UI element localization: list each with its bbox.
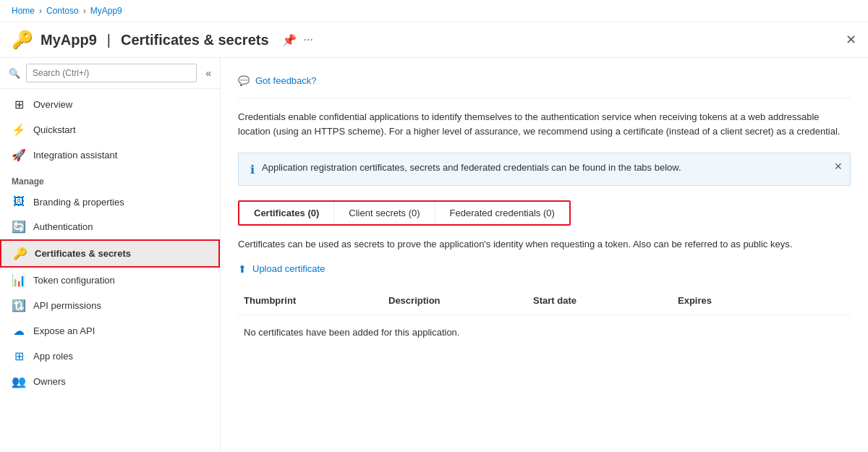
header-divider: | <box>107 32 111 48</box>
tab-client-secrets[interactable]: Client secrets (0) <box>334 202 435 224</box>
upload-icon: ⬆ <box>238 263 247 275</box>
certificates-table-header: Thumbprint Description Start date Expire… <box>238 286 851 315</box>
breadcrumb-app[interactable]: MyApp9 <box>90 6 122 16</box>
authentication-icon: 🔄 <box>12 220 26 234</box>
page-header: 🔑 MyApp9 | Certificates & secrets 📌 ··· … <box>0 22 868 58</box>
certificates-icon: 🔑 <box>13 247 27 260</box>
breadcrumb: Home › Contoso › MyApp9 <box>0 0 868 22</box>
info-banner: ℹ Application registration certificates,… <box>238 153 851 186</box>
info-icon: ℹ <box>250 163 255 176</box>
page-title: Certificates & secrets <box>121 32 269 48</box>
upload-certificate-button[interactable]: ⬆ Upload certificate <box>238 263 851 275</box>
quickstart-icon: ⚡ <box>12 123 26 137</box>
feedback-icon: 💬 <box>238 75 250 86</box>
sidebar-item-label: Expose an API <box>33 325 95 336</box>
col-description: Description <box>383 292 527 309</box>
integration-icon: 🚀 <box>12 148 26 162</box>
sidebar-item-authentication[interactable]: 🔄 Authentication <box>0 214 220 239</box>
header-actions: 📌 ··· <box>282 33 313 47</box>
main-content: 💬 Got feedback? Credentials enable confi… <box>221 58 868 452</box>
sidebar-item-overview[interactable]: ⊞ Overview <box>0 92 220 117</box>
overview-icon: ⊞ <box>12 98 26 111</box>
pin-icon[interactable]: 📌 <box>282 33 297 47</box>
search-icon: 🔍 <box>9 68 20 79</box>
sidebar-item-label: API permissions <box>33 300 101 311</box>
col-expires: Expires <box>672 292 817 309</box>
col-start-date: Start date <box>527 292 672 309</box>
sidebar-search-bar: 🔍 « <box>0 58 220 89</box>
manage-section-label: Manage <box>0 168 220 189</box>
expose-api-icon: ☁ <box>12 324 26 338</box>
sidebar-item-integration[interactable]: 🚀 Integration assistant <box>0 142 220 168</box>
owners-icon: 👥 <box>12 375 26 388</box>
tab-federated-credentials[interactable]: Federated credentials (0) <box>435 202 569 224</box>
main-layout: 🔍 « ⊞ Overview ⚡ Quickstart 🚀 Integratio… <box>0 58 868 452</box>
breadcrumb-home[interactable]: Home <box>12 6 35 16</box>
sidebar-item-label: Owners <box>33 376 66 387</box>
breadcrumb-sep1: › <box>39 6 42 16</box>
sidebar-item-expose-api[interactable]: ☁ Expose an API <box>0 318 220 344</box>
app-name: MyApp9 <box>41 32 97 48</box>
info-text: Application registration certificates, s… <box>262 162 838 173</box>
credentials-tabs: Certificates (0) Client secrets (0) Fede… <box>238 200 571 226</box>
section-description: Certificates can be used as secrets to p… <box>238 237 851 252</box>
sidebar-item-branding[interactable]: 🖼 Branding & properties <box>0 189 220 214</box>
feedback-label: Got feedback? <box>255 75 317 86</box>
sidebar-item-certificates-secrets[interactable]: 🔑 Certificates & secrets <box>0 239 220 268</box>
info-banner-close[interactable]: ✕ <box>834 161 843 172</box>
breadcrumb-sep2: › <box>83 6 86 16</box>
sidebar-item-label: Integration assistant <box>33 150 117 161</box>
sidebar-item-label: Overview <box>33 99 72 110</box>
empty-state-message: No certificates have been added for this… <box>238 315 851 349</box>
sidebar-item-label: App roles <box>33 351 73 362</box>
sidebar-item-label: Branding & properties <box>33 197 124 208</box>
sidebar-item-label: Certificates & secrets <box>35 248 131 259</box>
sidebar: 🔍 « ⊞ Overview ⚡ Quickstart 🚀 Integratio… <box>0 58 221 452</box>
app-icon: 🔑 <box>12 30 33 50</box>
collapse-button[interactable]: « <box>205 67 211 79</box>
search-input[interactable] <box>26 64 197 82</box>
sidebar-item-owners[interactable]: 👥 Owners <box>0 369 220 394</box>
branding-icon: 🖼 <box>12 195 26 208</box>
page-description: Credentials enable confidential applicat… <box>238 110 851 138</box>
api-icon: 🔃 <box>12 299 26 312</box>
ellipsis-menu[interactable]: ··· <box>304 33 313 46</box>
col-thumbprint: Thumbprint <box>238 292 383 309</box>
app-roles-icon: ⊞ <box>12 349 26 363</box>
upload-label: Upload certificate <box>252 263 325 274</box>
sidebar-item-api-permissions[interactable]: 🔃 API permissions <box>0 293 220 318</box>
sidebar-item-token-config[interactable]: 📊 Token configuration <box>0 268 220 293</box>
feedback-bar[interactable]: 💬 Got feedback? <box>238 69 851 98</box>
sidebar-item-label: Quickstart <box>33 124 76 135</box>
sidebar-item-app-roles[interactable]: ⊞ App roles <box>0 344 220 369</box>
sidebar-item-label: Authentication <box>33 221 93 232</box>
tab-certificates[interactable]: Certificates (0) <box>239 202 334 224</box>
sidebar-item-quickstart[interactable]: ⚡ Quickstart <box>0 117 220 142</box>
token-icon: 📊 <box>12 273 26 287</box>
breadcrumb-contoso[interactable]: Contoso <box>46 6 79 16</box>
sidebar-item-label: Token configuration <box>33 275 115 286</box>
close-button[interactable]: ✕ <box>846 32 856 48</box>
sidebar-nav: ⊞ Overview ⚡ Quickstart 🚀 Integration as… <box>0 89 220 397</box>
